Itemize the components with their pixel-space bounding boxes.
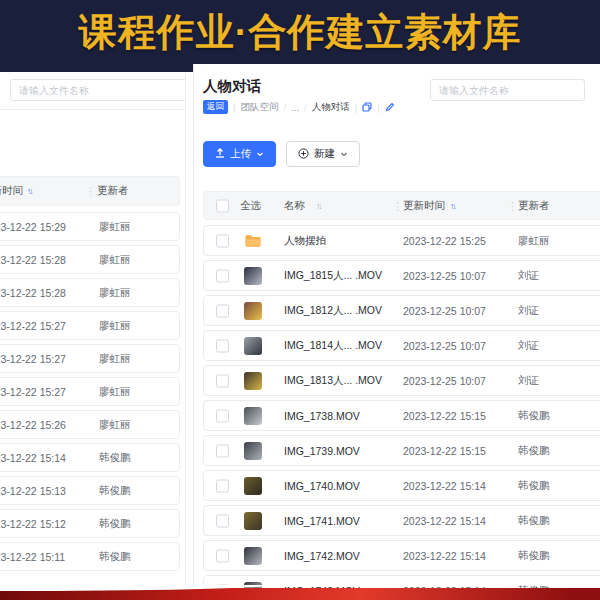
- bottom-red-ribbon: [0, 588, 600, 600]
- left-file-table: 更新时间 ↑↓ ⋮ 更新者 2023-12-22 15:29 廖虹丽 2023-…: [0, 176, 185, 575]
- left-table-row[interactable]: 2023-12-22 15:13 韩俊鹏: [0, 476, 180, 505]
- left-table-row[interactable]: 2023-12-22 15:14 韩俊鹏: [0, 443, 180, 472]
- file-name[interactable]: IMG_1741.MOV: [284, 515, 360, 527]
- file-name[interactable]: IMG_1740.MOV: [284, 480, 360, 492]
- select-all-checkbox[interactable]: [216, 199, 229, 212]
- edit-icon[interactable]: [385, 102, 395, 112]
- file-name[interactable]: IMG_1815人... .MOV: [284, 269, 382, 283]
- row-updater: 韩俊鹏: [518, 409, 550, 423]
- row-update-time: 2023-12-25 10:07: [403, 270, 486, 282]
- row-checkbox[interactable]: [216, 444, 229, 457]
- sort-icon[interactable]: ↑↓: [27, 187, 32, 196]
- left-table-row[interactable]: 2023-12-22 15:28 廖虹丽: [0, 245, 180, 274]
- sort-icon[interactable]: ↑↓: [450, 201, 455, 210]
- left-table-row[interactable]: 2023-12-22 15:11 韩俊鹏: [0, 542, 180, 571]
- file-name[interactable]: IMG_1812人... .MOV: [284, 304, 382, 318]
- folder-icon: [244, 232, 262, 250]
- sort-icon[interactable]: ↑↓: [316, 201, 321, 210]
- video-thumbnail: [244, 477, 262, 495]
- left-table-row[interactable]: 2023-12-22 15:26 廖虹丽: [0, 410, 180, 439]
- left-table-row[interactable]: 2023-12-22 15:28 廖虹丽: [0, 278, 180, 307]
- video-thumbnail: [244, 267, 262, 285]
- file-table-row[interactable]: IMG_1815人... .MOV 2023-12-25 10:07 刘证: [203, 260, 600, 291]
- breadcrumb-ellipsis[interactable]: ...: [291, 102, 299, 113]
- row-updater: 韩俊鹏: [99, 484, 131, 498]
- file-name[interactable]: IMG_1814人... .MOV: [284, 339, 382, 353]
- file-table-row[interactable]: 人物摆拍 2023-12-22 15:25 廖虹丽: [203, 225, 600, 256]
- column-drag-handle-icon[interactable]: ⋮: [507, 199, 518, 212]
- breadcrumb-separator: |: [233, 102, 235, 113]
- file-table-row[interactable]: IMG_1740.MOV 2023-12-22 15:14 韩俊鹏: [203, 470, 600, 501]
- file-table-row[interactable]: IMG_1742.MOV 2023-12-22 15:14 韩俊鹏: [203, 540, 600, 571]
- left-time-header[interactable]: 更新时间: [0, 184, 23, 198]
- row-update-time: 2023-12-22 15:13: [0, 485, 66, 497]
- left-table-row[interactable]: 2023-12-22 15:27 廖虹丽: [0, 344, 180, 373]
- row-checkbox[interactable]: [216, 304, 229, 317]
- row-checkbox[interactable]: [216, 549, 229, 562]
- upload-icon: [215, 148, 225, 160]
- row-update-time: 2023-12-22 15:25: [403, 235, 486, 247]
- row-updater: 韩俊鹏: [99, 517, 131, 531]
- file-name[interactable]: 人物摆拍: [284, 234, 326, 248]
- right-table-header: 全选 名称 ↑↓ ⋮ 更新时间 ↑↓ ⋮ 更新者: [203, 191, 600, 220]
- row-update-time: 2023-12-25 10:07: [403, 340, 486, 352]
- left-search-input[interactable]: [10, 79, 186, 101]
- row-update-time: 2023-12-22 15:12: [0, 518, 66, 530]
- left-table-body: 2023-12-22 15:29 廖虹丽 2023-12-22 15:28 廖虹…: [0, 212, 185, 571]
- time-header: 更新时间: [403, 199, 445, 213]
- breadcrumb-current: 人物对话: [312, 101, 350, 114]
- left-table-row[interactable]: 2023-12-22 15:27 廖虹丽: [0, 311, 180, 340]
- row-checkbox[interactable]: [216, 269, 229, 282]
- video-thumbnail: [244, 302, 262, 320]
- row-update-time: 2023-12-22 15:26: [0, 419, 66, 431]
- row-checkbox[interactable]: [216, 374, 229, 387]
- new-button[interactable]: 新建: [286, 141, 360, 167]
- left-table-header: 更新时间 ↑↓ ⋮ 更新者: [0, 176, 180, 206]
- copy-link-icon[interactable]: [362, 102, 372, 112]
- file-table-row[interactable]: IMG_1738.MOV 2023-12-22 15:15 韩俊鹏: [203, 400, 600, 431]
- row-checkbox[interactable]: [216, 339, 229, 352]
- row-checkbox[interactable]: [216, 514, 229, 527]
- file-table-row[interactable]: IMG_1814人... .MOV 2023-12-25 10:07 刘证: [203, 330, 600, 361]
- file-table-row[interactable]: IMG_1739.MOV 2023-12-22 15:15 韩俊鹏: [203, 435, 600, 466]
- row-update-time: 2023-12-25 10:07: [403, 305, 486, 317]
- row-checkbox[interactable]: [216, 479, 229, 492]
- row-updater: 廖虹丽: [99, 319, 131, 333]
- upload-button[interactable]: 上传: [203, 141, 276, 167]
- file-name[interactable]: IMG_1738.MOV: [284, 410, 360, 422]
- left-table-row[interactable]: 2023-12-22 15:27 廖虹丽: [0, 377, 180, 406]
- file-name[interactable]: IMG_1742.MOV: [284, 550, 360, 562]
- row-updater: 刘证: [518, 374, 539, 388]
- row-updater: 韩俊鹏: [518, 514, 550, 528]
- row-updater: 廖虹丽: [99, 220, 131, 234]
- row-updater: 廖虹丽: [99, 385, 131, 399]
- updater-header: 更新者: [518, 199, 550, 213]
- back-button[interactable]: 返回: [203, 100, 228, 114]
- row-update-time: 2023-12-22 15:27: [0, 386, 66, 398]
- title-banner: 课程作业·合作建立素材库: [0, 0, 600, 64]
- file-name[interactable]: IMG_1813人... .MOV: [284, 374, 382, 388]
- row-checkbox[interactable]: [216, 409, 229, 422]
- row-updater: 韩俊鹏: [518, 444, 550, 458]
- right-search-input[interactable]: [430, 79, 585, 101]
- file-table-row[interactable]: IMG_1812人... .MOV 2023-12-25 10:07 刘证: [203, 295, 600, 326]
- row-updater: 廖虹丽: [518, 234, 550, 248]
- column-drag-handle-icon[interactable]: ⋮: [85, 185, 96, 198]
- select-all-label[interactable]: 全选: [240, 199, 261, 213]
- row-updater: 韩俊鹏: [99, 550, 131, 564]
- file-table-row[interactable]: IMG_1813人... .MOV 2023-12-25 10:07 刘证: [203, 365, 600, 396]
- row-update-time: 2023-12-22 15:28: [0, 254, 66, 266]
- left-table-row[interactable]: 2023-12-22 15:12 韩俊鹏: [0, 509, 180, 538]
- row-checkbox[interactable]: [216, 234, 229, 247]
- row-updater: 廖虹丽: [99, 286, 131, 300]
- name-header: 名称: [284, 199, 305, 213]
- left-table-row[interactable]: 2023-12-22 15:29 廖虹丽: [0, 212, 180, 241]
- column-drag-handle-icon[interactable]: ⋮: [392, 199, 403, 212]
- video-thumbnail: [244, 337, 262, 355]
- row-update-time: 2023-12-22 15:14: [403, 550, 486, 562]
- file-name[interactable]: IMG_1739.MOV: [284, 445, 360, 457]
- breadcrumb-separator: |: [355, 102, 357, 113]
- file-table-row[interactable]: IMG_1741.MOV 2023-12-22 15:14 韩俊鹏: [203, 505, 600, 536]
- row-update-time: 2023-12-22 15:27: [0, 353, 66, 365]
- breadcrumb-root[interactable]: 团队空间: [240, 101, 278, 114]
